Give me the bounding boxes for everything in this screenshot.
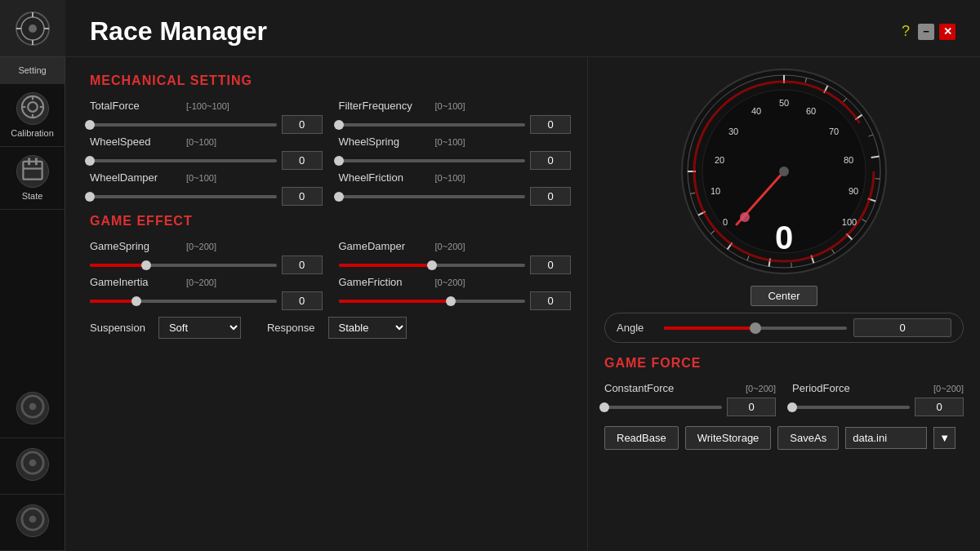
wheeldamper-label: WheelDamper bbox=[90, 171, 180, 184]
gauge-container: 50 40 60 30 70 20 80 10 90 0 100 bbox=[678, 65, 890, 278]
wheelspeed-range: [0~100] bbox=[186, 137, 252, 147]
filterfreq-track[interactable] bbox=[339, 123, 526, 127]
game-force-title: GAME FORCE bbox=[604, 356, 964, 371]
sidebar-item-state[interactable]: State bbox=[0, 147, 65, 210]
wheelspring-track[interactable] bbox=[339, 159, 526, 162]
sidebar-item-icon1[interactable] bbox=[0, 382, 65, 438]
svg-text:30: 30 bbox=[728, 127, 738, 136]
wheelspring-input[interactable]: 0 bbox=[530, 151, 571, 170]
wheelfriction-track[interactable] bbox=[339, 195, 526, 198]
wheeldamper-input[interactable]: 0 bbox=[282, 187, 323, 206]
svg-point-2 bbox=[29, 24, 37, 33]
sidebar-item-calibration[interactable]: Calibration bbox=[0, 84, 65, 147]
suspension-response-row: Suspension Soft Medium Hard Response Sta… bbox=[90, 317, 571, 339]
param-gamespring: GameSpring [0~200] 0 bbox=[90, 240, 323, 274]
svg-text:100: 100 bbox=[842, 217, 857, 227]
gameinertia-input[interactable]: 0 bbox=[282, 291, 323, 310]
svg-text:80: 80 bbox=[844, 155, 853, 165]
periodforce-slider-row: 0 bbox=[792, 398, 964, 416]
file-dropdown-button[interactable]: ▼ bbox=[933, 427, 956, 449]
constantforce-input[interactable]: 0 bbox=[727, 398, 776, 416]
totalforce-track[interactable] bbox=[90, 123, 277, 127]
totalforce-slider-row: 0 bbox=[90, 115, 323, 134]
gamedamper-track[interactable] bbox=[339, 264, 526, 267]
sidebar-label-setting: Setting bbox=[18, 65, 46, 75]
gameinertia-slider-row: 0 bbox=[90, 291, 323, 310]
totalforce-input[interactable]: 0 bbox=[282, 115, 323, 134]
svg-point-8 bbox=[28, 102, 38, 112]
svg-point-61 bbox=[779, 167, 789, 176]
filterfreq-range: [0~100] bbox=[435, 101, 501, 111]
svg-point-20 bbox=[29, 460, 36, 467]
minimize-button[interactable]: − bbox=[918, 24, 934, 40]
wheeldamper-track[interactable] bbox=[90, 195, 277, 198]
svg-text:20: 20 bbox=[715, 155, 724, 165]
wheelfriction-label: WheelFriction bbox=[339, 171, 429, 184]
svg-text:90: 90 bbox=[849, 186, 858, 196]
filterfreq-label: FilterFrequency bbox=[339, 100, 429, 112]
suspension-select[interactable]: Soft Medium Hard bbox=[158, 317, 241, 339]
sidebar-label-calibration: Calibration bbox=[11, 128, 54, 138]
constantforce-slider-row: 0 bbox=[604, 398, 776, 416]
gameinertia-range: [0~200] bbox=[186, 278, 252, 287]
svg-rect-13 bbox=[23, 162, 42, 180]
gamespring-label: GameSpring bbox=[90, 240, 180, 252]
gamedamper-slider-row: 0 bbox=[339, 256, 572, 274]
angle-slider[interactable] bbox=[664, 327, 847, 330]
param-filterfreq: FilterFrequency [0~100] 0 bbox=[339, 100, 572, 134]
param-totalforce: TotalForce [-100~100] 0 bbox=[90, 100, 323, 134]
periodforce-track[interactable] bbox=[792, 406, 910, 409]
window-controls: ? − ✕ bbox=[902, 23, 956, 40]
periodforce-input[interactable]: 0 bbox=[915, 398, 964, 416]
close-button[interactable]: ✕ bbox=[939, 24, 956, 40]
gamespring-track[interactable] bbox=[90, 264, 277, 267]
wheelspeed-track[interactable] bbox=[90, 159, 277, 162]
totalforce-label: TotalForce bbox=[90, 100, 180, 112]
save-as-button[interactable]: SaveAs bbox=[777, 426, 839, 450]
svg-text:70: 70 bbox=[829, 127, 839, 136]
param-periodforce: PeriodForce [0~200] 0 bbox=[792, 382, 964, 416]
gamefriction-input[interactable]: 0 bbox=[530, 291, 571, 310]
gamedamper-input[interactable]: 0 bbox=[530, 256, 571, 274]
wheelspeed-input[interactable]: 0 bbox=[282, 151, 323, 170]
calibration-icon bbox=[16, 92, 49, 125]
sidebar-item-setting[interactable]: Setting bbox=[0, 57, 65, 84]
gauge-svg: 50 40 60 30 70 20 80 10 90 0 100 bbox=[678, 65, 890, 278]
action-buttons: ReadBase WriteStorage SaveAs data.ini ▼ bbox=[604, 426, 964, 450]
main-area: Race Manager ? − ✕ MECHANICAL SETTING To… bbox=[65, 0, 980, 551]
wheelspeed-slider-row: 0 bbox=[90, 151, 323, 170]
constantforce-label: ConstantForce bbox=[604, 382, 674, 394]
wheelfriction-input[interactable]: 0 bbox=[530, 187, 571, 206]
read-base-button[interactable]: ReadBase bbox=[604, 426, 679, 450]
param-gamefriction: GameFriction [0~200] 0 bbox=[339, 276, 572, 310]
svg-text:40: 40 bbox=[751, 106, 761, 116]
svg-point-22 bbox=[29, 516, 36, 523]
param-gameinertia: GameInertia [0~200] 0 bbox=[90, 276, 323, 310]
svg-text:10: 10 bbox=[710, 186, 720, 196]
response-select[interactable]: Stable Normal Fast bbox=[328, 317, 407, 339]
help-button[interactable]: ? bbox=[902, 23, 910, 40]
param-wheelspring: WheelSpring [0~100] 0 bbox=[339, 136, 572, 170]
write-storage-button[interactable]: WriteStorage bbox=[685, 426, 772, 450]
sidebar-label-state: State bbox=[22, 191, 43, 201]
wheelspeed-label: WheelSpeed bbox=[90, 136, 180, 148]
sidebar-item-icon3[interactable] bbox=[0, 495, 65, 551]
left-panel: MECHANICAL SETTING TotalForce [-100~100]… bbox=[65, 57, 588, 551]
wheelspring-range: [0~100] bbox=[435, 137, 501, 147]
file-name-input[interactable]: data.ini bbox=[845, 427, 927, 449]
periodforce-label: PeriodForce bbox=[792, 382, 850, 394]
gamespring-input[interactable]: 0 bbox=[282, 256, 323, 274]
wheelfriction-slider-row: 0 bbox=[339, 187, 572, 206]
center-button[interactable]: Center bbox=[751, 286, 817, 306]
angle-section: Center Angle 0 bbox=[604, 286, 964, 343]
gamefriction-label: GameFriction bbox=[339, 276, 429, 288]
gameinertia-track[interactable] bbox=[90, 300, 277, 303]
angle-input[interactable]: 0 bbox=[853, 318, 951, 337]
svg-text:60: 60 bbox=[806, 106, 816, 116]
filterfreq-input[interactable]: 0 bbox=[530, 115, 571, 134]
sidebar-item-icon2[interactable] bbox=[0, 438, 65, 495]
angle-label: Angle bbox=[617, 322, 657, 334]
constantforce-track[interactable] bbox=[604, 406, 722, 409]
mechanical-section-title: MECHANICAL SETTING bbox=[90, 73, 571, 88]
gamefriction-track[interactable] bbox=[339, 300, 526, 303]
